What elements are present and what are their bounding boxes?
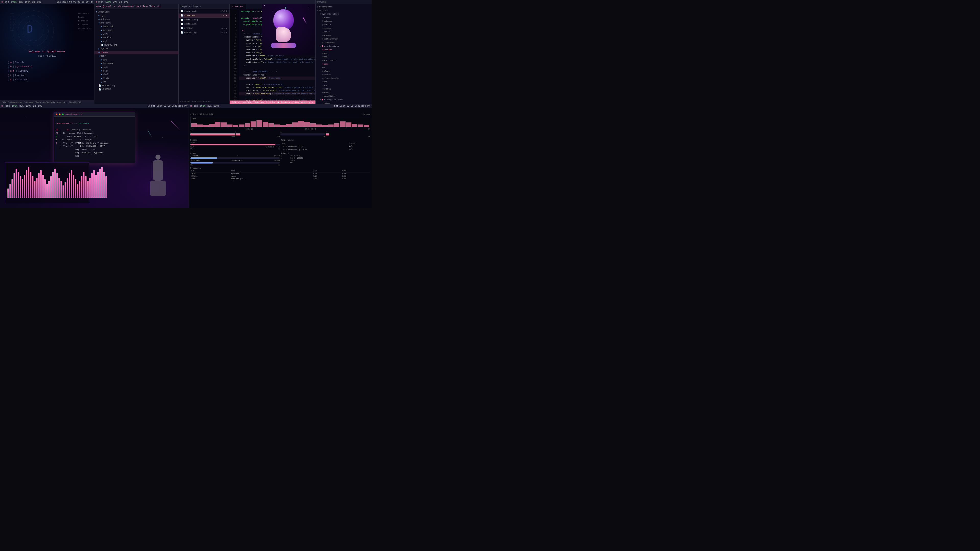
qb-link-closetab[interactable]: [x] Close tab xyxy=(8,78,33,82)
eq-bar xyxy=(89,178,91,198)
fm-app[interactable]: ▶ app xyxy=(94,58,178,62)
rs-nixpkgs-patched: ▼ ⬢ nixpkgs-patched xyxy=(316,98,372,102)
core4: 4 8% xyxy=(326,131,370,138)
qutebrowser-panel: ⊞ Tech 100% 20% 100% 2B 10B Sat 2024-03-… xyxy=(0,0,94,104)
fm-git[interactable]: ▶ .git xyxy=(94,14,178,17)
eq-bar xyxy=(36,178,38,198)
cpu-history-bar xyxy=(364,125,369,127)
fl-readme[interactable]: 📄 README.org 40.4 K xyxy=(179,30,229,35)
eq-bar xyxy=(56,173,58,198)
eq-bar xyxy=(24,175,25,198)
processes-title: Processes xyxy=(190,167,370,169)
fm-system[interactable]: ▶ system xyxy=(94,47,178,51)
proc-row2: 155631 emacs 0.28 0.7% xyxy=(190,175,370,178)
fm-shell[interactable]: ▶ shell xyxy=(94,73,178,76)
eq-bar xyxy=(42,175,44,198)
fl-flake-nix[interactable]: 📄 flake.nix 2.26 K xyxy=(179,14,229,18)
fl-flake-lock[interactable]: 📄 flake.lock 27.5 K xyxy=(179,9,229,14)
fm-style[interactable]: ▶ style xyxy=(94,76,178,80)
eq-bar xyxy=(11,179,13,198)
fm-license[interactable]: 📄 LICENSE xyxy=(94,87,178,91)
eq-bar xyxy=(10,184,11,198)
rs-timezone: timezone xyxy=(316,27,372,30)
bottomleft-panel: ⊞ Tech 100% 20% 100% 2B 10B ⬡ Sat 2024-0… xyxy=(0,104,189,208)
mem-swap: 0% 0s xyxy=(190,148,280,150)
fl-install-sh[interactable]: 📄 install.sh xyxy=(179,22,229,26)
eq-bar xyxy=(52,171,54,198)
qb-link-search[interactable]: [o] Search xyxy=(8,60,33,65)
eq-bar xyxy=(99,168,101,198)
file-tree-panel: emmet@snowfire: /home/emmet/.dotfiles/fl… xyxy=(94,4,179,104)
rs-np-system: system xyxy=(316,102,372,104)
fm-homelab[interactable]: ▶ home.lab xyxy=(94,25,178,29)
fm-wm[interactable]: ▶ wm xyxy=(94,80,178,84)
qb-link-history[interactable]: [S h] History xyxy=(8,69,33,73)
fl-license[interactable]: 📄 LICENSE 34.2 K xyxy=(179,26,229,30)
cpu-history-bar xyxy=(233,125,239,127)
cpu-history-bar xyxy=(352,124,357,127)
fl-footer: 4.03M sum, 133k free 0/13 All xyxy=(179,100,229,103)
rs-wm: wm xyxy=(316,66,372,69)
temps-row2: card0 (amdgpu): junction 58°C xyxy=(281,148,369,151)
eq-bars xyxy=(7,165,87,198)
equalizer-window xyxy=(5,162,89,203)
proc-row1: 2520 Hyprland 0.35 0.4% xyxy=(190,172,370,175)
fm-profiles[interactable]: ▼ profiles xyxy=(94,21,178,25)
fm-wsl[interactable]: ▶ wsl xyxy=(94,40,178,43)
eq-bar xyxy=(32,176,33,198)
cpu-history-bar xyxy=(340,121,345,127)
eq-bar xyxy=(22,179,23,198)
fm-tree: ▼ .dotfiles ▶ .git ▶ patches ▼ profiles … xyxy=(94,9,178,92)
core2: 2 11% xyxy=(235,131,280,138)
cpu-history-bar xyxy=(310,123,316,127)
fm-user[interactable]: ▼ user xyxy=(94,54,178,58)
cpu-bar-chart xyxy=(191,117,370,127)
rs-systemsettings: ▼ systemSettings xyxy=(316,12,372,16)
qb-link-quickmarks[interactable]: [b] [Quickmarks] xyxy=(8,65,33,69)
eq-bar xyxy=(85,176,86,198)
qb-link-newtab[interactable]: [t] New tab xyxy=(8,73,33,78)
eq-bar xyxy=(16,168,17,198)
term-titlebar: emmet@snowfire xyxy=(54,112,135,117)
fm-pkgs[interactable]: ▶ pkgs xyxy=(94,69,178,73)
cpu-section: CPU - 1.53 1.14 0.78 CPU line 100% 60s A… xyxy=(190,113,370,138)
fm-personal[interactable]: ▶ personal xyxy=(94,29,178,32)
eq-bar xyxy=(87,181,89,198)
cpu-history-bar xyxy=(304,122,310,127)
eq-bar xyxy=(7,189,9,198)
star3 xyxy=(162,137,163,138)
file-list-panel: Temp-Settings - 📄 flake.lock 27.5 K 📄 fl… xyxy=(179,4,230,104)
temps-row1: card0 (amdgpu): edge 49°C xyxy=(281,145,369,148)
network-title: Network xyxy=(281,152,370,154)
fetch-terminal: emmet@snowfire emmet@snowfire:~$ distfet… xyxy=(54,112,135,163)
cpu-history-bar xyxy=(209,124,215,127)
rs-locale: locale xyxy=(316,30,372,34)
eq-bar xyxy=(40,170,41,198)
core1: 1 100% xyxy=(190,131,235,138)
temps-box: Temperatures Name Temp(C) card0 (amdgpu)… xyxy=(281,139,370,151)
eq-bar xyxy=(54,168,56,198)
fm-worklab[interactable]: ▶ worklab xyxy=(94,36,178,40)
fm-lang[interactable]: ▶ lang xyxy=(94,65,178,69)
term-body: emmet@snowfire:~$ distfetch WE | WE| emm… xyxy=(54,117,135,163)
fl-install-org[interactable]: 📄 install.org xyxy=(179,18,229,22)
disk-row1: /dev/dm-0 / 504GB xyxy=(190,155,280,157)
fm-themes[interactable]: ▶ themes xyxy=(94,51,178,54)
pony-image-area xyxy=(262,4,315,55)
cpu-history-bar xyxy=(274,124,280,127)
rs-header: OUTLINE xyxy=(316,0,372,4)
ce-tab-flake[interactable]: flake.nix xyxy=(230,4,246,9)
fm-hardware[interactable]: ▶ hardware xyxy=(94,62,178,65)
eq-bar xyxy=(30,171,32,198)
eq-bar xyxy=(71,170,72,198)
fm-patches[interactable]: ▶ patches xyxy=(94,17,178,21)
fm-readme[interactable]: 📄 README.org xyxy=(94,84,178,87)
fm-work[interactable]: ▶ work xyxy=(94,32,178,36)
cpu-history-bar xyxy=(280,125,286,127)
eq-bar xyxy=(26,170,27,198)
character-silhouette xyxy=(148,155,168,200)
eq-bar xyxy=(60,181,62,198)
processes-section: Processes PID Name CPU% MEM% 2520 Hyprla… xyxy=(190,167,370,180)
disk-net-grid: Disks /dev/dm-0 / 504GB /dev/dm-0 /nix/s… xyxy=(190,152,370,166)
fm-readme-profiles[interactable]: 📄 README.org xyxy=(94,43,178,47)
